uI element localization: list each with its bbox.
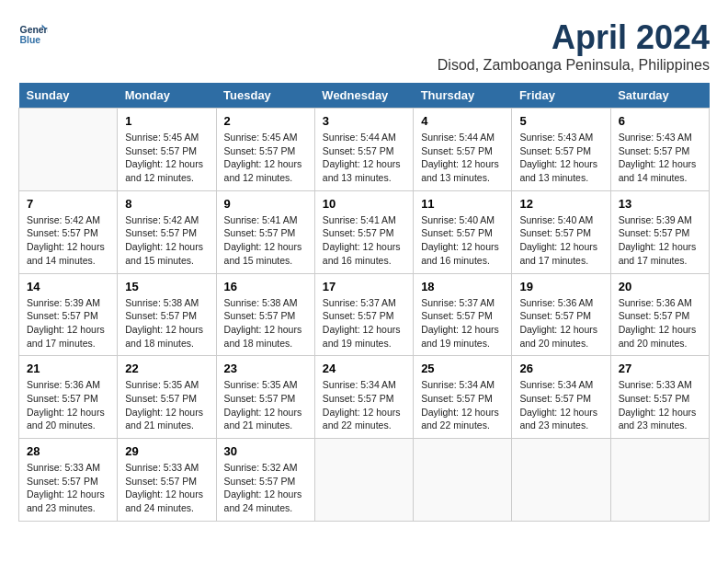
calendar-cell: 23Sunrise: 5:35 AM Sunset: 5:57 PM Dayli…: [216, 356, 314, 439]
day-info: Sunrise: 5:40 AM Sunset: 5:57 PM Dayligh…: [519, 213, 602, 268]
calendar-cell: 5Sunrise: 5:43 AM Sunset: 5:57 PM Daylig…: [512, 109, 610, 191]
day-number: 25: [421, 362, 504, 375]
calendar-cell: 20Sunrise: 5:36 AM Sunset: 5:57 PM Dayli…: [610, 273, 709, 356]
weekday-header-cell: Monday: [118, 83, 216, 109]
day-info: Sunrise: 5:40 AM Sunset: 5:57 PM Dayligh…: [421, 213, 504, 268]
calendar-cell: 13Sunrise: 5:39 AM Sunset: 5:57 PM Dayli…: [610, 190, 709, 273]
day-number: 13: [619, 197, 701, 211]
calendar-cell: 6Sunrise: 5:43 AM Sunset: 5:57 PM Daylig…: [610, 109, 709, 191]
weekday-header-cell: Saturday: [610, 83, 709, 109]
calendar-cell: 25Sunrise: 5:34 AM Sunset: 5:57 PM Dayli…: [414, 356, 512, 439]
calendar-cell: 11Sunrise: 5:40 AM Sunset: 5:57 PM Dayli…: [414, 190, 512, 273]
day-number: 16: [224, 280, 307, 293]
calendar-cell: 28Sunrise: 5:33 AM Sunset: 5:57 PM Dayli…: [19, 439, 118, 522]
day-number: 30: [224, 444, 307, 458]
day-info: Sunrise: 5:42 AM Sunset: 5:57 PM Dayligh…: [27, 213, 109, 268]
calendar-cell: 22Sunrise: 5:35 AM Sunset: 5:57 PM Dayli…: [118, 356, 216, 439]
calendar-cell: 29Sunrise: 5:33 AM Sunset: 5:57 PM Dayli…: [118, 439, 216, 522]
calendar-cell: 21Sunrise: 5:36 AM Sunset: 5:57 PM Dayli…: [19, 356, 118, 439]
calendar-week-row: 14Sunrise: 5:39 AM Sunset: 5:57 PM Dayli…: [19, 273, 710, 356]
day-number: 14: [27, 280, 109, 293]
calendar-cell: [610, 439, 709, 522]
calendar-week-row: 28Sunrise: 5:33 AM Sunset: 5:57 PM Dayli…: [19, 439, 710, 522]
day-info: Sunrise: 5:38 AM Sunset: 5:57 PM Dayligh…: [125, 296, 208, 350]
page-header: General Blue April 2024 Disod, Zamboanga…: [18, 18, 710, 74]
day-info: Sunrise: 5:38 AM Sunset: 5:57 PM Dayligh…: [224, 296, 307, 350]
calendar-cell: 1Sunrise: 5:45 AM Sunset: 5:57 PM Daylig…: [118, 109, 216, 191]
day-number: 4: [421, 114, 504, 128]
calendar-week-row: 21Sunrise: 5:36 AM Sunset: 5:57 PM Dayli…: [19, 356, 710, 439]
day-info: Sunrise: 5:35 AM Sunset: 5:57 PM Dayligh…: [125, 378, 208, 432]
day-number: 6: [619, 114, 701, 128]
day-info: Sunrise: 5:42 AM Sunset: 5:57 PM Dayligh…: [125, 213, 208, 268]
day-info: Sunrise: 5:36 AM Sunset: 5:57 PM Dayligh…: [519, 296, 602, 350]
calendar-table: SundayMondayTuesdayWednesdayThursdayFrid…: [18, 83, 710, 522]
day-info: Sunrise: 5:45 AM Sunset: 5:57 PM Dayligh…: [125, 131, 208, 185]
calendar-cell: [512, 439, 610, 522]
calendar-cell: 27Sunrise: 5:33 AM Sunset: 5:57 PM Dayli…: [610, 356, 709, 439]
day-number: 19: [519, 280, 602, 293]
calendar-cell: 2Sunrise: 5:45 AM Sunset: 5:57 PM Daylig…: [216, 109, 314, 191]
calendar-cell: [414, 439, 512, 522]
weekday-header-cell: Sunday: [19, 83, 118, 109]
day-info: Sunrise: 5:43 AM Sunset: 5:57 PM Dayligh…: [619, 131, 701, 185]
day-number: 18: [421, 280, 504, 293]
calendar-cell: 3Sunrise: 5:44 AM Sunset: 5:57 PM Daylig…: [314, 109, 413, 191]
day-info: Sunrise: 5:37 AM Sunset: 5:57 PM Dayligh…: [421, 296, 504, 350]
location-title: Disod, Zamboanga Peninsula, Philippines: [438, 57, 710, 74]
day-number: 21: [27, 362, 109, 375]
weekday-header-row: SundayMondayTuesdayWednesdayThursdayFrid…: [19, 83, 710, 109]
day-number: 5: [519, 114, 602, 128]
day-info: Sunrise: 5:33 AM Sunset: 5:57 PM Dayligh…: [27, 461, 109, 515]
calendar-cell: 17Sunrise: 5:37 AM Sunset: 5:57 PM Dayli…: [314, 273, 413, 356]
day-info: Sunrise: 5:41 AM Sunset: 5:57 PM Dayligh…: [224, 213, 307, 268]
weekday-header-cell: Friday: [512, 83, 610, 109]
title-section: April 2024 Disod, Zamboanga Peninsula, P…: [438, 18, 710, 74]
calendar-cell: 7Sunrise: 5:42 AM Sunset: 5:57 PM Daylig…: [19, 190, 118, 273]
calendar-cell: 24Sunrise: 5:34 AM Sunset: 5:57 PM Dayli…: [314, 356, 413, 439]
day-info: Sunrise: 5:39 AM Sunset: 5:57 PM Dayligh…: [27, 296, 109, 350]
day-info: Sunrise: 5:36 AM Sunset: 5:57 PM Dayligh…: [619, 296, 701, 350]
calendar-cell: 16Sunrise: 5:38 AM Sunset: 5:57 PM Dayli…: [216, 273, 314, 356]
month-title: April 2024: [438, 18, 710, 57]
calendar-cell: 10Sunrise: 5:41 AM Sunset: 5:57 PM Dayli…: [314, 190, 413, 273]
day-number: 15: [125, 280, 208, 293]
day-info: Sunrise: 5:44 AM Sunset: 5:57 PM Dayligh…: [323, 131, 405, 185]
day-info: Sunrise: 5:35 AM Sunset: 5:57 PM Dayligh…: [224, 378, 307, 432]
day-number: 24: [323, 362, 405, 375]
calendar-cell: 15Sunrise: 5:38 AM Sunset: 5:57 PM Dayli…: [118, 273, 216, 356]
weekday-header-cell: Tuesday: [216, 83, 314, 109]
day-info: Sunrise: 5:37 AM Sunset: 5:57 PM Dayligh…: [323, 296, 405, 350]
calendar-cell: 19Sunrise: 5:36 AM Sunset: 5:57 PM Dayli…: [512, 273, 610, 356]
day-info: Sunrise: 5:34 AM Sunset: 5:57 PM Dayligh…: [421, 378, 504, 432]
day-number: 3: [323, 114, 405, 128]
calendar-cell: 14Sunrise: 5:39 AM Sunset: 5:57 PM Dayli…: [19, 273, 118, 356]
day-info: Sunrise: 5:41 AM Sunset: 5:57 PM Dayligh…: [323, 213, 405, 268]
logo: General Blue: [18, 18, 48, 48]
calendar-week-row: 1Sunrise: 5:45 AM Sunset: 5:57 PM Daylig…: [19, 109, 710, 191]
calendar-cell: 26Sunrise: 5:34 AM Sunset: 5:57 PM Dayli…: [512, 356, 610, 439]
day-info: Sunrise: 5:43 AM Sunset: 5:57 PM Dayligh…: [519, 131, 602, 185]
day-info: Sunrise: 5:39 AM Sunset: 5:57 PM Dayligh…: [619, 213, 701, 268]
day-number: 28: [27, 444, 109, 458]
day-number: 12: [519, 197, 602, 211]
calendar-cell: [314, 439, 413, 522]
day-number: 23: [224, 362, 307, 375]
day-info: Sunrise: 5:32 AM Sunset: 5:57 PM Dayligh…: [224, 461, 307, 515]
calendar-cell: 12Sunrise: 5:40 AM Sunset: 5:57 PM Dayli…: [512, 190, 610, 273]
calendar-cell: 9Sunrise: 5:41 AM Sunset: 5:57 PM Daylig…: [216, 190, 314, 273]
day-info: Sunrise: 5:33 AM Sunset: 5:57 PM Dayligh…: [125, 461, 208, 515]
day-info: Sunrise: 5:33 AM Sunset: 5:57 PM Dayligh…: [619, 378, 701, 432]
svg-text:Blue: Blue: [20, 35, 41, 45]
day-number: 10: [323, 197, 405, 211]
day-info: Sunrise: 5:34 AM Sunset: 5:57 PM Dayligh…: [323, 378, 405, 432]
calendar-body: 1Sunrise: 5:45 AM Sunset: 5:57 PM Daylig…: [19, 109, 710, 522]
day-info: Sunrise: 5:44 AM Sunset: 5:57 PM Dayligh…: [421, 131, 504, 185]
day-number: 27: [619, 362, 701, 375]
day-number: 22: [125, 362, 208, 375]
day-number: 29: [125, 444, 208, 458]
day-number: 1: [125, 114, 208, 128]
day-info: Sunrise: 5:36 AM Sunset: 5:57 PM Dayligh…: [27, 378, 109, 432]
weekday-header-cell: Thursday: [414, 83, 512, 109]
day-number: 7: [27, 197, 109, 211]
